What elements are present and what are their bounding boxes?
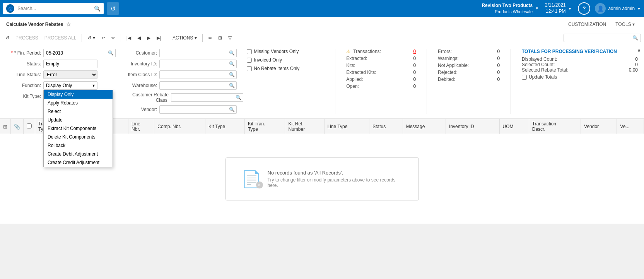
status-label: Status: — [6, 61, 41, 67]
edit-button[interactable]: ✏ — [109, 34, 118, 42]
warehouse-search-btn[interactable]: 🔍 — [227, 82, 236, 89]
kit-type-label: Kit Type: — [6, 94, 41, 99]
col-attach-button[interactable]: 📎 — [14, 124, 20, 130]
col-graph-button[interactable]: ⊞ — [3, 124, 7, 130]
function-option-update[interactable]: Update — [44, 116, 113, 124]
select-all-checkbox[interactable] — [27, 123, 32, 128]
not-applicable-value: 0 — [484, 63, 500, 68]
warehouse-input[interactable] — [160, 82, 227, 89]
inventory-id-search-btn[interactable]: 🔍 — [227, 60, 236, 67]
page-title-text: Calculate Vendor Rebates — [6, 22, 63, 27]
collapse-filter-button[interactable]: ∧ — [637, 47, 641, 53]
item-class-container[interactable]: 🔍 — [159, 70, 237, 79]
col-attach-icon: 📎 — [11, 119, 24, 134]
tools-button[interactable]: TOOLS ▾ — [612, 20, 638, 29]
user-name: admin admin — [608, 6, 635, 11]
first-button[interactable]: |◀ — [124, 34, 133, 42]
refresh-button[interactable]: ↺ — [3, 34, 12, 42]
fin-period-search-btn[interactable]: 🔍 — [106, 50, 115, 56]
update-totals-input[interactable] — [522, 75, 527, 80]
search-input[interactable] — [17, 6, 92, 11]
customer-rebate-class-search-btn[interactable]: 🔍 — [234, 94, 243, 101]
customer-input-container[interactable]: 🔍 — [159, 49, 237, 57]
update-totals-checkbox[interactable]: Update Totals — [522, 74, 557, 80]
filter-button[interactable]: ▽ — [226, 34, 234, 42]
function-option-rollback[interactable]: Rollback — [44, 141, 113, 150]
no-rebate-items-only-checkbox[interactable]: No Rebate Items Only — [247, 66, 324, 71]
rejected-value: 0 — [484, 70, 500, 75]
vendor-input[interactable] — [160, 106, 227, 113]
item-class-search-btn[interactable]: 🔍 — [227, 71, 236, 78]
function-option-create-credit[interactable]: Create Credit Adjustment — [44, 158, 113, 167]
fit-columns-button[interactable]: ⇔ — [206, 34, 214, 42]
inventory-id-container[interactable]: 🔍 — [159, 60, 237, 68]
item-class-row: Item Class ID: 🔍 — [122, 70, 239, 79]
line-status-select[interactable]: Error — [43, 70, 97, 79]
toolbar-sep-2 — [121, 34, 121, 42]
line-status-row: Line Status: Error — [6, 70, 114, 79]
status-input[interactable] — [43, 60, 97, 68]
history-button[interactable]: ↺ — [107, 2, 119, 15]
function-option-delete-kit[interactable]: Delete Kit Components — [44, 133, 113, 141]
filter-col-2: Customer: 🔍 Inventory ID: 🔍 Item Class I… — [122, 49, 239, 114]
stats-open-row: Open: 0 — [346, 84, 416, 89]
customization-button[interactable]: CUSTOMIZATION — [565, 20, 609, 29]
customer-input[interactable] — [160, 50, 227, 56]
function-option-reject[interactable]: Reject — [44, 107, 113, 116]
fin-period-input-container[interactable]: 🔍 — [43, 49, 116, 57]
undo-button[interactable]: ↩ — [99, 34, 108, 42]
update-totals-row: Update Totals — [522, 74, 638, 80]
process-all-button[interactable]: PROCESS ALL — [42, 34, 79, 42]
customer-rebate-class-container[interactable]: 🔍 — [171, 93, 243, 102]
empty-state-sub-message: Try to change filter or modify parameter… — [268, 177, 403, 188]
warehouse-container[interactable]: 🔍 — [159, 81, 237, 90]
applied-value: 0 — [400, 77, 416, 82]
help-button[interactable]: ? — [578, 2, 590, 15]
function-option-display-only[interactable]: Display Only — [44, 90, 113, 99]
inventory-id-input[interactable] — [160, 60, 227, 67]
actions-button[interactable]: ACTIONS ▾ — [170, 34, 199, 42]
function-dropdown[interactable]: Display Only ▾ — [43, 81, 97, 90]
toolbar-search-box[interactable]: 🔍 — [564, 34, 641, 42]
errors-row: Errors: 0 — [438, 49, 500, 54]
last-button[interactable]: ▶| — [154, 34, 164, 42]
grid-button[interactable]: ⊞ — [216, 34, 224, 42]
user-menu[interactable]: 👤 admin admin ▼ — [595, 3, 641, 14]
transactions-value[interactable]: 0 — [400, 49, 416, 54]
function-option-extract-kit[interactable]: Extract Kit Components — [44, 124, 113, 133]
prev-button[interactable]: ◀ — [135, 34, 143, 42]
process-button[interactable]: PROCESS — [13, 34, 41, 42]
search-box[interactable]: 🌀 🔍 — [3, 3, 104, 14]
customer-search-btn[interactable]: 🔍 — [227, 50, 236, 56]
extracted-kits-value: 0 — [400, 70, 416, 75]
fin-period-row: * Fin. Period: 🔍 — [6, 49, 114, 57]
item-class-input[interactable] — [160, 71, 227, 78]
function-option-apply-rebates[interactable]: Apply Rebates — [44, 99, 113, 107]
fin-period-input[interactable] — [44, 50, 106, 56]
filter-col-3: Missing Vendors Only Invoiced Only No Re… — [247, 49, 324, 114]
datetime-selector[interactable]: 2/11/2021 12:41 PM ▼ — [545, 2, 572, 14]
vendor-label: Vendor: — [122, 107, 157, 112]
empty-state-box: 📄 ✕ No records found as 'All Records'. T… — [225, 157, 419, 200]
displayed-count-row: Displayed Count: 0 — [522, 56, 638, 62]
debited-label: Debited: — [438, 77, 473, 82]
company-name: Revision Two Products — [482, 3, 533, 9]
missing-vendors-only-checkbox[interactable]: Missing Vendors Only — [247, 49, 324, 54]
warehouse-label: Warehouse: — [122, 83, 157, 88]
company-selector[interactable]: Revision Two Products Products Wholesale… — [482, 3, 539, 14]
date-display: 2/11/2021 — [545, 2, 565, 9]
customer-rebate-class-input[interactable] — [171, 94, 234, 101]
empty-state-icon: 📄 ✕ — [241, 169, 261, 188]
undo-dropdown-button[interactable]: ↺ ▾ — [85, 34, 97, 42]
bookmark-icon[interactable]: ☆ — [66, 21, 71, 27]
warnings-value: 0 — [484, 56, 500, 61]
next-button[interactable]: ▶ — [145, 34, 153, 42]
extracted-label: Extracted: — [346, 56, 381, 61]
invoiced-only-checkbox[interactable]: Invoiced Only — [247, 57, 324, 63]
rejected-label: Rejected: — [438, 70, 473, 75]
vendor-container[interactable]: 🔍 — [159, 105, 237, 114]
vendor-search-btn[interactable]: 🔍 — [227, 106, 236, 113]
function-dropdown-container: Display Only ▾ Display Only Apply Rebate… — [43, 81, 97, 90]
function-option-create-debit[interactable]: Create Debit Adjustment — [44, 150, 113, 158]
totals-separator — [511, 49, 511, 114]
